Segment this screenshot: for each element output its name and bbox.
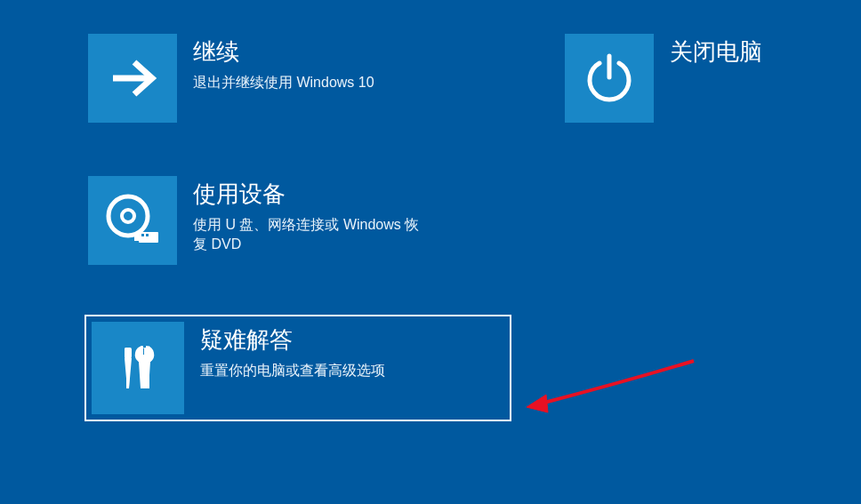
- shutdown-title: 关闭电脑: [670, 37, 857, 68]
- continue-text: 继续 退出并继续使用 Windows 10: [193, 34, 487, 92]
- troubleshoot-text: 疑难解答 重置你的电脑或查看高级选项: [200, 322, 504, 380]
- use-device-desc: 使用 U 盘、网络连接或 Windows 恢复 DVD: [193, 215, 424, 255]
- arrow-right-icon: [104, 50, 161, 107]
- shutdown-text: 关闭电脑: [670, 34, 857, 73]
- power-icon: [582, 51, 637, 106]
- svg-rect-6: [141, 234, 144, 236]
- option-troubleshoot[interactable]: 疑难解答 重置你的电脑或查看高级选项: [84, 315, 511, 421]
- shutdown-tile: [565, 34, 654, 123]
- svg-rect-10: [125, 348, 132, 358]
- troubleshoot-desc: 重置你的电脑或查看高级选项: [200, 361, 431, 380]
- svg-rect-7: [146, 234, 149, 236]
- recovery-options-screen: 继续 退出并继续使用 Windows 10: [0, 0, 861, 421]
- svg-point-3: [122, 210, 134, 222]
- use-device-text: 使用设备 使用 U 盘、网络连接或 Windows 恢复 DVD: [193, 176, 490, 255]
- tools-icon: [109, 339, 167, 397]
- option-continue[interactable]: 继续 退出并继续使用 Windows 10: [84, 30, 490, 126]
- use-device-title: 使用设备: [193, 180, 490, 210]
- option-shutdown[interactable]: 关闭电脑: [561, 30, 861, 126]
- continue-title: 继续: [193, 37, 487, 68]
- continue-tile: [88, 34, 177, 123]
- disc-usb-icon: [101, 189, 164, 252]
- svg-rect-4: [139, 232, 158, 243]
- troubleshoot-tile: [92, 322, 184, 414]
- continue-desc: 退出并继续使用 Windows 10: [193, 73, 424, 92]
- options-grid: 继续 退出并继续使用 Windows 10: [84, 30, 861, 421]
- options-row-1: 继续 退出并继续使用 Windows 10: [84, 30, 861, 126]
- use-device-tile: [88, 176, 177, 265]
- option-use-device[interactable]: 使用设备 使用 U 盘、网络连接或 Windows 恢复 DVD: [84, 172, 494, 268]
- troubleshoot-title: 疑难解答: [200, 325, 504, 356]
- svg-rect-5: [134, 234, 140, 241]
- svg-point-2: [109, 196, 148, 236]
